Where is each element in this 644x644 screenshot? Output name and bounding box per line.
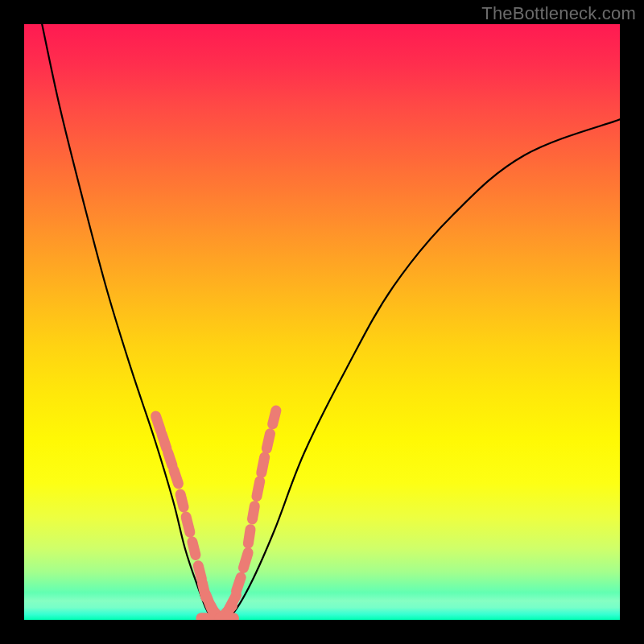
watermark-text: TheBottleneck.com bbox=[481, 3, 636, 24]
marker-segment bbox=[192, 542, 196, 555]
marker-segment bbox=[262, 457, 265, 473]
marker-segment bbox=[257, 481, 260, 497]
marker-segment bbox=[198, 566, 201, 579]
marker-segment bbox=[186, 517, 190, 532]
marker-segment bbox=[248, 530, 250, 543]
marker-segment bbox=[252, 506, 254, 519]
marker-segment bbox=[168, 452, 172, 465]
marker-segment bbox=[174, 470, 179, 484]
figure-root: TheBottleneck.com bbox=[0, 0, 644, 644]
markers-valley-floor bbox=[201, 618, 234, 619]
marker-segment bbox=[237, 577, 242, 591]
bottleneck-curve bbox=[42, 24, 620, 620]
markers-left-branch bbox=[156, 416, 223, 620]
marker-segment bbox=[229, 595, 237, 609]
curve-layer bbox=[42, 24, 620, 620]
marker-segment bbox=[243, 553, 248, 568]
marker-segment bbox=[156, 416, 161, 431]
marker-segment bbox=[180, 494, 184, 507]
marker-segment bbox=[266, 434, 270, 448]
plot-area bbox=[24, 24, 620, 620]
marker-segment bbox=[162, 434, 167, 448]
chart-svg bbox=[24, 24, 620, 620]
marker-segment bbox=[273, 411, 276, 424]
